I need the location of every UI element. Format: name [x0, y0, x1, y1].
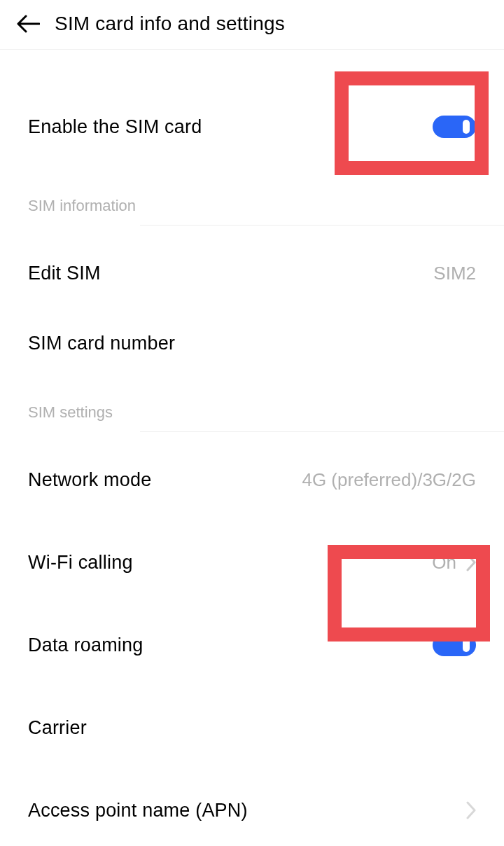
network-mode-label: Network mode	[28, 469, 151, 491]
header: SIM card info and settings	[0, 0, 504, 50]
enable-sim-label: Enable the SIM card	[28, 116, 202, 138]
edit-sim-value: SIM2	[433, 263, 476, 284]
highlight-box-data-roaming	[328, 545, 490, 642]
carrier-row[interactable]: Carrier	[0, 693, 504, 763]
edit-sim-label: Edit SIM	[28, 263, 101, 284]
section-sim-settings: SIM settings	[0, 403, 504, 431]
back-icon[interactable]	[14, 10, 42, 38]
chevron-right-icon	[466, 801, 476, 819]
highlight-box-enable-sim	[335, 71, 489, 175]
apn-label: Access point name (APN)	[28, 800, 248, 821]
edit-sim-row[interactable]: Edit SIM SIM2	[0, 238, 504, 308]
carrier-label: Carrier	[28, 717, 87, 739]
page-title: SIM card info and settings	[55, 13, 285, 35]
network-mode-value: 4G (preferred)/3G/2G	[302, 469, 476, 491]
data-roaming-label: Data roaming	[28, 634, 143, 656]
sim-card-number-label: SIM card number	[28, 333, 175, 354]
sim-card-number-row[interactable]: SIM card number	[0, 308, 504, 378]
wifi-calling-label: Wi-Fi calling	[28, 552, 133, 574]
apn-row[interactable]: Access point name (APN)	[0, 775, 504, 845]
section-sim-information: SIM information	[0, 197, 504, 225]
network-mode-row[interactable]: Network mode 4G (preferred)/3G/2G	[0, 445, 504, 515]
